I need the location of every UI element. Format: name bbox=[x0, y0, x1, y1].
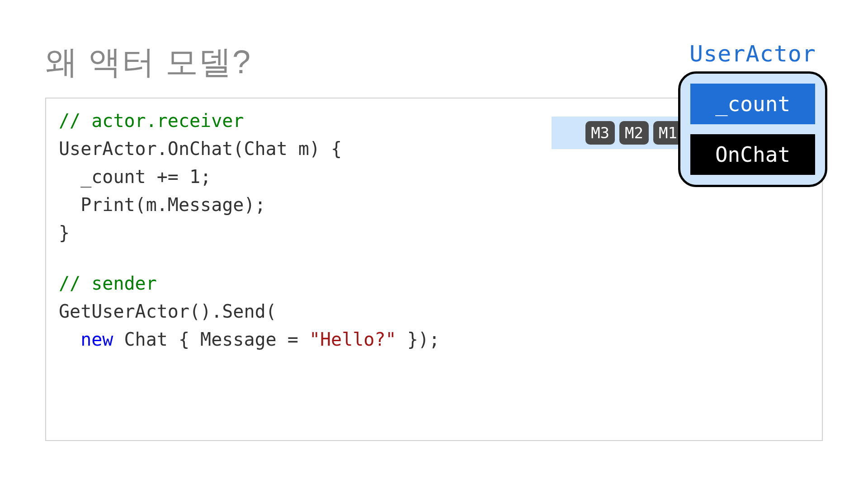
message-queue: M3 M2 M1 bbox=[552, 117, 687, 149]
code-text: }); bbox=[396, 329, 440, 350]
message-chip: M2 bbox=[619, 121, 649, 145]
code-keyword-new: new bbox=[80, 329, 113, 350]
code-line: Print(m.Message); bbox=[59, 191, 809, 219]
actor-group: M3 M2 M1 _count OnChat bbox=[678, 71, 827, 187]
actor-box: _count OnChat bbox=[678, 71, 827, 187]
actor-method: OnChat bbox=[690, 134, 815, 175]
code-line: } bbox=[59, 219, 809, 247]
actor-label: UserActor bbox=[678, 41, 827, 67]
actor-state: _count bbox=[690, 84, 815, 124]
code-gap bbox=[59, 247, 809, 269]
code-text: Chat { Message = bbox=[113, 329, 309, 350]
code-comment-sender: // sender bbox=[59, 269, 809, 297]
code-line: GetUserActor().Send( bbox=[59, 297, 809, 325]
code-string: "Hello?" bbox=[309, 329, 396, 350]
code-indent bbox=[59, 329, 80, 350]
message-chip: M3 bbox=[585, 121, 615, 145]
code-line: new Chat { Message = "Hello?" }); bbox=[59, 325, 809, 353]
actor-diagram: UserActor M3 M2 M1 _count OnChat bbox=[678, 41, 827, 187]
slide: 왜 액터 모델? // actor.receiver UserActor.OnC… bbox=[0, 0, 868, 488]
